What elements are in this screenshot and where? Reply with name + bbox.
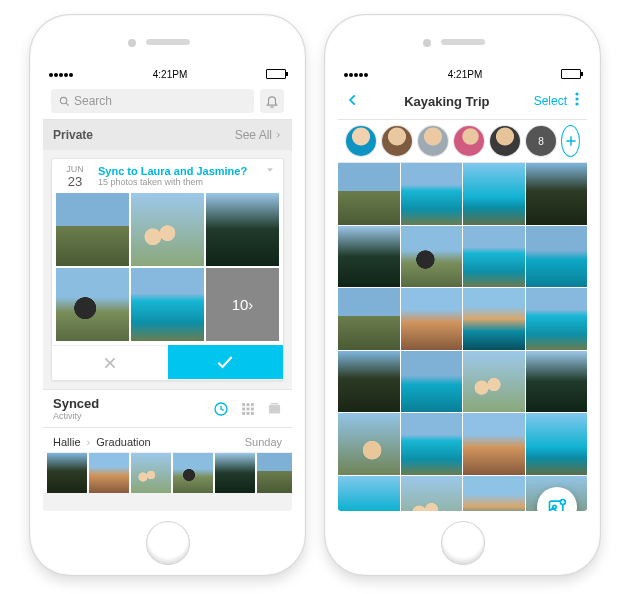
photo-thumb[interactable] bbox=[56, 193, 129, 266]
battery-icon bbox=[266, 69, 286, 79]
photo-thumb[interactable] bbox=[463, 413, 525, 475]
add-participant-button[interactable] bbox=[562, 126, 579, 156]
svg-point-19 bbox=[575, 102, 578, 105]
svg-point-0 bbox=[60, 97, 66, 103]
status-bar: 4:21PM bbox=[43, 65, 292, 83]
grid-view-icon[interactable] bbox=[241, 402, 255, 416]
card-prompt: Sync to Laura and Jasmine? 15 photos tak… bbox=[98, 165, 247, 187]
photo-thumb[interactable] bbox=[526, 226, 588, 288]
more-photos-button[interactable]: 10› bbox=[206, 268, 279, 341]
svg-line-1 bbox=[66, 103, 69, 106]
see-all-link[interactable]: See All bbox=[235, 128, 282, 142]
photo-thumb[interactable] bbox=[463, 476, 525, 512]
add-photo-icon bbox=[547, 497, 567, 511]
notifications-button[interactable] bbox=[260, 89, 284, 113]
photo-thumb[interactable] bbox=[401, 413, 463, 475]
bell-icon bbox=[265, 94, 279, 108]
photo-thumb[interactable] bbox=[401, 476, 463, 512]
photo-thumb[interactable] bbox=[338, 413, 400, 475]
back-button[interactable] bbox=[346, 93, 360, 110]
nav-bar: Kayaking Trip Select bbox=[338, 83, 587, 120]
avatar[interactable] bbox=[346, 126, 376, 156]
card-subtitle: 15 photos taken with them bbox=[98, 177, 247, 187]
search-icon bbox=[59, 96, 70, 107]
synced-subtitle: Activity bbox=[53, 411, 99, 421]
avatar[interactable] bbox=[454, 126, 484, 156]
photo-thumb[interactable] bbox=[463, 288, 525, 350]
svg-point-18 bbox=[575, 97, 578, 100]
sync-suggestion-card: JUN 23 Sync to Laura and Jasmine? 15 pho… bbox=[51, 158, 284, 381]
participants-bar: 8 bbox=[338, 120, 587, 163]
photo-thumb[interactable] bbox=[463, 351, 525, 413]
svg-marker-2 bbox=[267, 168, 273, 171]
screen-left: 4:21PM Search Private See All bbox=[43, 65, 292, 511]
row-time: Sunday bbox=[245, 436, 282, 448]
photo-thumb[interactable] bbox=[131, 193, 204, 266]
status-time: 4:21PM bbox=[153, 69, 187, 80]
search-bar: Search bbox=[43, 83, 292, 120]
photo-thumb[interactable] bbox=[401, 351, 463, 413]
chevron-left-icon bbox=[346, 93, 360, 107]
more-vertical-icon bbox=[575, 92, 579, 106]
screen-right: 4:21PM Kayaking Trip Select bbox=[338, 65, 587, 511]
battery-icon bbox=[561, 69, 581, 79]
svg-rect-16 bbox=[271, 403, 279, 404]
svg-rect-13 bbox=[247, 412, 250, 415]
svg-point-17 bbox=[575, 92, 578, 95]
svg-rect-10 bbox=[247, 407, 250, 410]
photo-thumb[interactable] bbox=[401, 163, 463, 225]
album-grid bbox=[338, 163, 587, 511]
accept-button[interactable] bbox=[168, 345, 284, 379]
signal-dots-icon bbox=[344, 69, 369, 80]
synced-title: Synced bbox=[53, 396, 99, 411]
photo-thumb[interactable] bbox=[526, 163, 588, 225]
private-title: Private bbox=[53, 128, 93, 142]
albums-icon[interactable] bbox=[267, 401, 282, 416]
select-button[interactable]: Select bbox=[534, 94, 567, 108]
chevron-right-icon bbox=[274, 131, 282, 139]
synced-section-header: Synced Activity bbox=[43, 389, 292, 428]
photo-thumb[interactable] bbox=[463, 226, 525, 288]
photo-thumb[interactable] bbox=[338, 476, 400, 512]
photo-thumb[interactable] bbox=[131, 268, 204, 341]
photo-thumb[interactable] bbox=[56, 268, 129, 341]
signal-dots-icon bbox=[49, 69, 74, 80]
avatar[interactable] bbox=[490, 126, 520, 156]
photo-thumb[interactable] bbox=[463, 163, 525, 225]
more-menu-button[interactable] bbox=[575, 92, 579, 110]
private-section-header: Private See All bbox=[43, 120, 292, 150]
home-button[interactable] bbox=[146, 521, 190, 565]
search-placeholder: Search bbox=[74, 94, 112, 108]
photo-thumb[interactable] bbox=[338, 288, 400, 350]
svg-rect-12 bbox=[242, 412, 245, 415]
card-date: JUN 23 bbox=[60, 165, 90, 189]
photo-thumb[interactable] bbox=[338, 163, 400, 225]
photo-thumb[interactable] bbox=[526, 351, 588, 413]
photo-thumb[interactable] bbox=[401, 226, 463, 288]
photo-thumb[interactable] bbox=[206, 193, 279, 266]
phone-private-feed: 4:21PM Search Private See All bbox=[30, 15, 305, 575]
search-input[interactable]: Search bbox=[51, 89, 254, 113]
phone-album-view: 4:21PM Kayaking Trip Select bbox=[325, 15, 600, 575]
photo-thumb[interactable] bbox=[401, 288, 463, 350]
avatar-overflow[interactable]: 8 bbox=[526, 126, 556, 156]
status-bar: 4:21PM bbox=[338, 65, 587, 83]
chevron-down-icon[interactable] bbox=[265, 165, 275, 175]
clock-icon[interactable] bbox=[213, 401, 229, 417]
avatar[interactable] bbox=[418, 126, 448, 156]
photo-thumb[interactable] bbox=[526, 288, 588, 350]
avatar[interactable] bbox=[382, 126, 412, 156]
synced-row[interactable]: Hallie › Graduation Sunday bbox=[43, 428, 292, 453]
status-time: 4:21PM bbox=[448, 69, 482, 80]
home-button[interactable] bbox=[441, 521, 485, 565]
plus-icon bbox=[564, 134, 578, 148]
svg-rect-8 bbox=[251, 403, 254, 406]
stage: 4:21PM Search Private See All bbox=[0, 0, 625, 594]
decline-button[interactable] bbox=[52, 345, 168, 380]
photo-thumb[interactable] bbox=[338, 351, 400, 413]
photo-thumb[interactable] bbox=[526, 413, 588, 475]
photo-grid: 10› bbox=[52, 193, 283, 341]
page-title: Kayaking Trip bbox=[360, 94, 534, 109]
synced-photo-strip[interactable] bbox=[43, 453, 292, 493]
photo-thumb[interactable] bbox=[338, 226, 400, 288]
